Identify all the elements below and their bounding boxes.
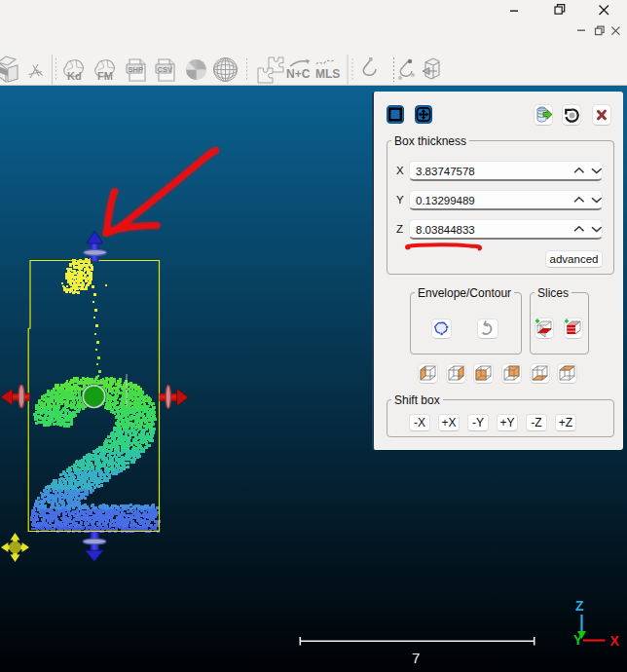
svg-text:7: 7: [412, 650, 420, 666]
svg-text:MLS: MLS: [315, 67, 340, 81]
svg-text:CSV: CSV: [158, 65, 172, 74]
svg-text:FM: FM: [97, 70, 113, 82]
svg-text:Z: Z: [575, 598, 584, 614]
svg-text:N+C: N+C: [286, 67, 311, 81]
svg-text:SHP: SHP: [129, 65, 143, 74]
svg-text:X: X: [610, 633, 620, 649]
svg-text:Kd: Kd: [67, 70, 82, 82]
svg-text:Y: Y: [573, 632, 583, 648]
